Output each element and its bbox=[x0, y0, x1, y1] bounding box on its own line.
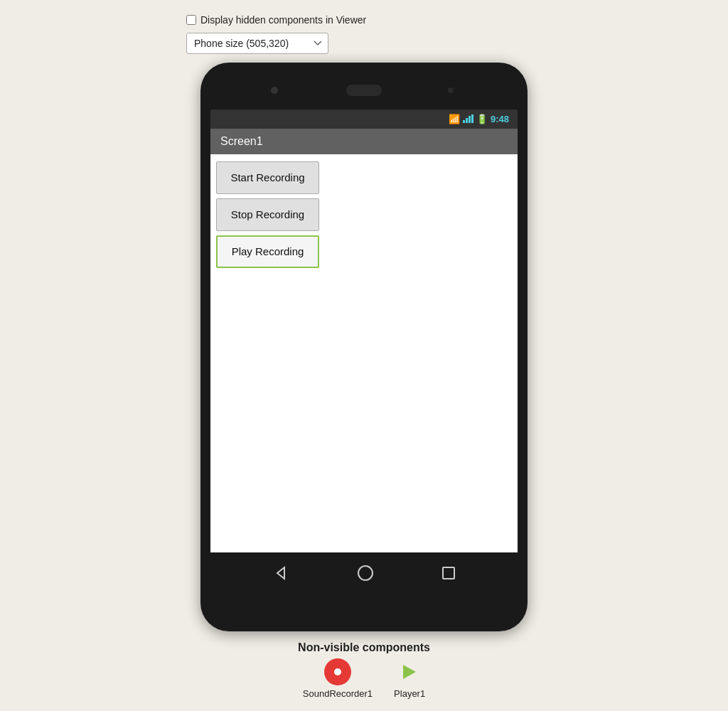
non-visible-section: Non-visible components SoundRecorder1 Pl… bbox=[298, 641, 430, 699]
wifi-icon: 📶 bbox=[449, 114, 460, 124]
player-component: Player1 bbox=[394, 658, 425, 699]
size-select[interactable]: Phone size (505,320)Tablet size (1024,76… bbox=[186, 33, 328, 54]
home-nav-button[interactable] bbox=[358, 565, 373, 581]
hidden-components-checkbox[interactable] bbox=[186, 15, 196, 25]
player-label: Player1 bbox=[394, 688, 425, 699]
phone-bottom-bar bbox=[210, 552, 518, 594]
phone-frame: 📶 🔋 9:48 Scre bbox=[200, 63, 528, 631]
phone-speaker bbox=[346, 85, 382, 96]
non-visible-components: SoundRecorder1 Player1 bbox=[303, 658, 425, 699]
play-triangle-icon bbox=[403, 665, 416, 679]
player-icon bbox=[396, 658, 423, 685]
top-controls: Display hidden components in Viewer Phon… bbox=[186, 7, 542, 63]
signal-bars-icon bbox=[463, 114, 473, 123]
size-select-wrapper: Phone size (505,320)Tablet size (1024,76… bbox=[186, 33, 542, 54]
phone-wrapper: 📶 🔋 9:48 Scre bbox=[200, 63, 528, 699]
svg-marker-0 bbox=[277, 567, 284, 579]
app-title: Screen1 bbox=[220, 135, 263, 148]
phone-front-camera bbox=[448, 87, 454, 93]
non-visible-title: Non-visible components bbox=[298, 641, 430, 654]
app-title-bar: Screen1 bbox=[210, 129, 518, 154]
battery-icon: 🔋 bbox=[476, 114, 488, 124]
recent-nav-button[interactable] bbox=[442, 567, 455, 579]
status-bar: 📶 🔋 9:48 bbox=[210, 109, 518, 129]
sound-recorder-icon bbox=[324, 658, 351, 685]
sound-recorder-component: SoundRecorder1 bbox=[303, 658, 373, 699]
phone-top-bar bbox=[210, 73, 518, 108]
screen-content: Start Recording Stop Recording Play Reco… bbox=[210, 154, 518, 552]
sound-recorder-label: SoundRecorder1 bbox=[303, 688, 373, 699]
phone-screen: 📶 🔋 9:48 Scre bbox=[210, 109, 518, 552]
back-nav-button[interactable] bbox=[273, 565, 289, 581]
phone-screen-area: 📶 🔋 9:48 Scre bbox=[210, 109, 518, 594]
status-icons: 📶 🔋 9:48 bbox=[449, 114, 509, 124]
checkbox-label[interactable]: Display hidden components in Viewer bbox=[200, 14, 366, 26]
phone-camera bbox=[271, 87, 278, 94]
status-time: 9:48 bbox=[491, 114, 509, 124]
stop-recording-button[interactable]: Stop Recording bbox=[216, 198, 319, 231]
svg-point-1 bbox=[334, 668, 341, 675]
checkbox-row: Display hidden components in Viewer bbox=[186, 14, 542, 26]
start-recording-button[interactable]: Start Recording bbox=[216, 161, 319, 194]
play-recording-button[interactable]: Play Recording bbox=[216, 235, 319, 268]
